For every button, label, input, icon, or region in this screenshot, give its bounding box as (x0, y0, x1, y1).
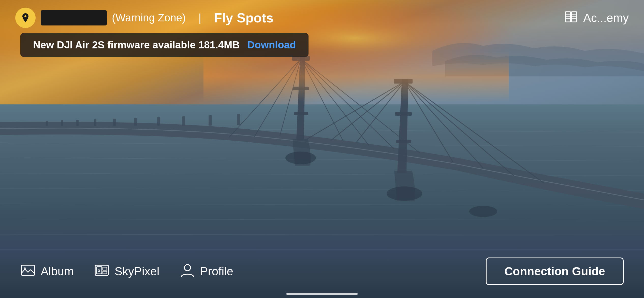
location-icon-wrapper[interactable] (15, 8, 36, 28)
academy-label: Ac...emy (583, 11, 629, 25)
svg-point-54 (24, 267, 26, 270)
album-svg-icon (20, 263, 36, 278)
bottom-bar: Album S SkyPixel (0, 252, 644, 298)
profile-label: Profile (200, 264, 233, 278)
warning-zone-text: (Warning Zone) (112, 12, 186, 24)
svg-rect-58 (103, 267, 107, 270)
fly-spots-label[interactable]: Fly Spots (214, 10, 273, 25)
academy-section[interactable]: Ac...emy (564, 10, 629, 26)
album-button[interactable]: Album (20, 263, 74, 280)
svg-rect-53 (21, 265, 35, 275)
top-bar: (Warning Zone) | Fly Spots Ac...emy (0, 0, 644, 36)
album-label: Album (41, 264, 74, 278)
svg-rect-45 (572, 12, 577, 22)
academy-icon (564, 10, 578, 26)
firmware-message: New DJI Air 2S firmware available 181.4M… (33, 39, 240, 51)
location-section: (Warning Zone) | Fly Spots (15, 8, 273, 28)
skypixel-label: SkyPixel (114, 264, 159, 278)
svg-rect-44 (565, 12, 570, 22)
book-icon (564, 10, 578, 24)
svg-rect-59 (103, 271, 107, 274)
connection-guide-button[interactable]: Connection Guide (486, 258, 624, 285)
connection-guide-label: Connection Guide (504, 265, 605, 278)
album-icon (20, 263, 36, 280)
location-name-box (41, 10, 107, 25)
bottom-actions: Album S SkyPixel (20, 263, 233, 280)
nav-divider: | (198, 12, 201, 24)
svg-text:S: S (98, 268, 100, 273)
profile-svg-icon (180, 263, 195, 278)
skypixel-button[interactable]: S SkyPixel (94, 263, 159, 280)
home-indicator (286, 293, 358, 295)
download-link[interactable]: Download (247, 39, 296, 51)
skypixel-icon: S (94, 263, 109, 280)
svg-point-60 (184, 265, 191, 271)
location-icon (20, 12, 31, 23)
skypixel-svg-icon: S (94, 263, 109, 278)
profile-button[interactable]: Profile (180, 263, 233, 280)
firmware-banner: New DJI Air 2S firmware available 181.4M… (20, 33, 309, 57)
profile-icon (180, 263, 195, 280)
